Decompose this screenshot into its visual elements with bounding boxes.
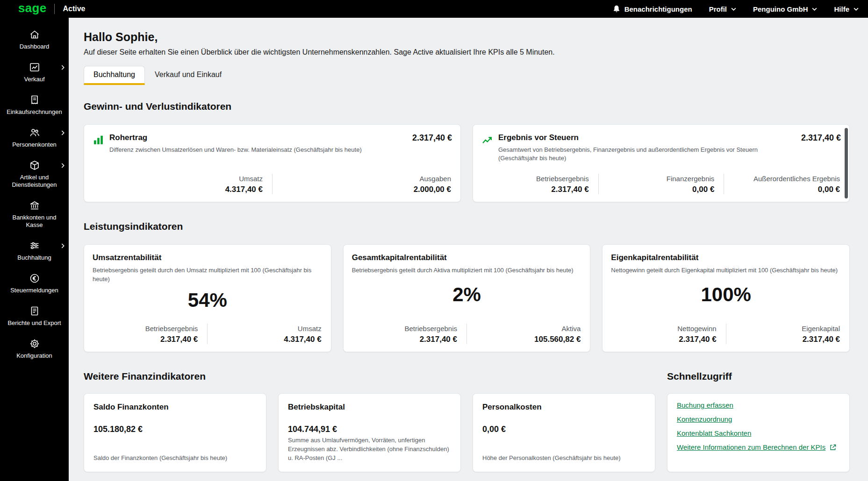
kpi-card-description: Gesamtwert von Betriebsergebnis, Finanze… [498, 146, 789, 163]
ratio-card-percent: 100% [603, 280, 849, 310]
metric-value: 4.317,40 € [93, 185, 263, 194]
package-icon [29, 160, 40, 171]
topbar-right: Benachrichtigungen Profil Penguino GmbH … [613, 5, 859, 13]
kpi-card-text: Rohertrag Differenz zwischen Umsatzerlös… [109, 133, 407, 154]
ratio-card-gesamtkapitalrentabilitaet: Gesamtkapitalrentabilität Betriebsergebn… [343, 244, 591, 352]
finance-card-description: Saldo der Finanzkonten (Geschäftsjahr bi… [93, 454, 257, 463]
bank-icon [29, 200, 40, 211]
page-subtitle: Auf dieser Seite erhalten Sie einen Über… [84, 48, 850, 57]
company-label: Penguino GmbH [753, 5, 808, 13]
caret-down-icon [812, 7, 817, 11]
sidebar-item-label: Konfiguration [16, 352, 52, 360]
metric-column: Eigenkapital 2.317,40 € [726, 324, 849, 344]
metric-value: 2.000,00 € [282, 185, 451, 194]
ratio-card-percent: 54% [84, 285, 331, 315]
metric-label: Nettogewinn [612, 325, 716, 332]
bar-chart-icon [93, 133, 104, 146]
sidebar-item-label: Einkaufsrechnungen [7, 108, 62, 116]
kpi-card-description: Differenz zwischen Umsatzerlösen und War… [109, 146, 401, 154]
metric-value: 2.317,40 € [736, 335, 840, 344]
profit-cards-row: Rohertrag Differenz zwischen Umsatzerlös… [84, 124, 850, 202]
sidebar-item-dashboard[interactable]: Dashboard [0, 23, 69, 56]
sidebar-item-label: Dashboard [20, 43, 50, 50]
metric-label: Ausgaben [282, 175, 451, 183]
ratio-card-title: Gesamtkapitalrentabilität [344, 253, 590, 262]
sidebar-item-buchhaltung[interactable]: Buchhaltung [0, 234, 69, 267]
finance-card-saldo-finanzkonten: Saldo Finanzkonten 105.180,82 € Saldo de… [84, 393, 266, 472]
metric-column: Ausgaben 2.000,00 € [272, 174, 460, 194]
kpi-card-title: Ergebnis vor Steuern [498, 133, 789, 142]
link-kontenblatt-sachkonten[interactable]: Kontenblatt Sachkonten [677, 429, 751, 437]
link-label: Buchung erfassen [677, 401, 733, 409]
external-link-icon [829, 444, 837, 451]
finance-card-description: Summe aus Umlaufvermögen, Vorräten, unfe… [288, 436, 451, 463]
metric-column: Betriebsergebnis 2.317,40 € [84, 324, 207, 344]
metric-column: Betriebsergebnis 2.317,40 € [344, 324, 466, 344]
link-kontenzuordnung[interactable]: Kontenzuordnung [677, 415, 732, 423]
ratio-card-description: Betriebsergebnis geteilt durch den Umsat… [84, 266, 331, 284]
sidebar-item-konfiguration[interactable]: Konfiguration [0, 332, 69, 365]
kpi-card-title: Rohertrag [109, 133, 401, 142]
kpi-card-ergebnis-vor-steuern: Ergebnis vor Steuern Gesamtwert von Betr… [473, 124, 850, 202]
metric-label: Aktiva [476, 325, 581, 332]
chevron-right-icon [61, 65, 65, 70]
metric-value: 2.317,40 € [353, 335, 457, 344]
sidebar: Dashboard Verkauf Einkaufsrechnungen Per… [0, 18, 69, 481]
ratio-card-description: Betriebsergebnis geteilt durch Aktiva mu… [344, 266, 590, 275]
link-label: Kontenzuordnung [677, 415, 732, 423]
sidebar-item-label: Buchhaltung [17, 254, 51, 262]
metric-label: Umsatz [217, 325, 321, 332]
metric-column: Betriebsergebnis 2.317,40 € [473, 174, 598, 194]
sidebar-item-label: Berichte und Export [7, 319, 61, 327]
sales-chart-icon [29, 62, 40, 73]
finance-card-value: 105.180,82 € [93, 424, 257, 434]
link-buchung-erfassen[interactable]: Buchung erfassen [677, 401, 733, 409]
company-menu[interactable]: Penguino GmbH [753, 5, 818, 13]
ratio-card-metrics: Betriebsergebnis 2.317,40 € Umsatz 4.317… [84, 319, 331, 344]
profile-menu[interactable]: Profil [709, 5, 736, 13]
home-icon [29, 29, 40, 40]
card-scrollbar[interactable] [845, 128, 848, 198]
sidebar-item-label: Artikel und Dienstleistungen [4, 174, 65, 189]
page-title: Hallo Sophie, [84, 30, 850, 44]
bell-icon [613, 5, 620, 13]
euro-circle-icon [29, 273, 40, 284]
kpi-card-rohertrag: Rohertrag Differenz zwischen Umsatzerlös… [84, 124, 461, 202]
caret-down-icon [854, 7, 859, 11]
topbar-left: sage Active [18, 0, 86, 18]
metric-value: 2.317,40 € [612, 335, 716, 344]
help-menu[interactable]: Hilfe [834, 5, 859, 13]
sidebar-item-label: Personenkonten [12, 141, 57, 149]
sidebar-item-bankkonten-kasse[interactable]: Bankkonten und Kasse [0, 194, 69, 234]
finance-card-description: Höhe der Personalkosten (Geschäftsjahr b… [482, 454, 646, 463]
ratio-card-title: Umsatzrentabilität [84, 253, 331, 262]
notifications-button[interactable]: Benachrichtigungen [613, 5, 692, 13]
topbar-divider [54, 4, 55, 14]
sidebar-item-einkaufsrechnungen[interactable]: Einkaufsrechnungen [0, 89, 69, 121]
sliders-icon [29, 240, 40, 251]
ratio-card-umsatzrentabilitaet: Umsatzrentabilität Betriebsergebnis gete… [84, 244, 331, 352]
sidebar-item-personenkonten[interactable]: Personenkonten [0, 121, 69, 154]
metric-value: 4.317,40 € [217, 335, 321, 344]
link-kpi-informationen[interactable]: Weitere Informationen zum Berechnen der … [677, 443, 837, 451]
metric-column: Umsatz 4.317,40 € [207, 324, 330, 344]
metric-value: 2.317,40 € [482, 185, 589, 194]
tab-buchhaltung[interactable]: Buchhaltung [84, 66, 145, 85]
metric-value: 105.560,82 € [476, 335, 581, 344]
kpi-card-metrics: Umsatz 4.317,40 € Ausgaben 2.000,00 € [84, 169, 460, 194]
section-title-performance: Leistungsindikatoren [84, 221, 850, 232]
metric-value: 0,00 € [608, 185, 715, 194]
tab-verkauf-und-einkauf[interactable]: Verkauf und Einkauf [145, 66, 231, 85]
ratio-card-eigenkapitalrentabilitaet: Eigenkapitalrentabilität Nettogewinn get… [602, 244, 850, 352]
sage-logo[interactable]: sage [18, 2, 46, 14]
sidebar-item-label: Steuermeldungen [10, 287, 58, 294]
sidebar-item-artikel-dienstleistungen[interactable]: Artikel und Dienstleistungen [0, 154, 69, 194]
metric-label: Finanzergebnis [608, 175, 715, 183]
quick-access-card: Buchung erfassen Kontenzuordnung Kontenb… [667, 393, 850, 472]
sidebar-item-steuermeldungen[interactable]: Steuermeldungen [0, 267, 69, 300]
sidebar-item-berichte-export[interactable]: Berichte und Export [0, 300, 69, 332]
sidebar-item-label: Verkauf [24, 76, 44, 83]
sidebar-item-verkauf[interactable]: Verkauf [0, 56, 69, 89]
finance-card-title: Saldo Finanzkonten [93, 403, 257, 412]
help-label: Hilfe [834, 5, 849, 13]
